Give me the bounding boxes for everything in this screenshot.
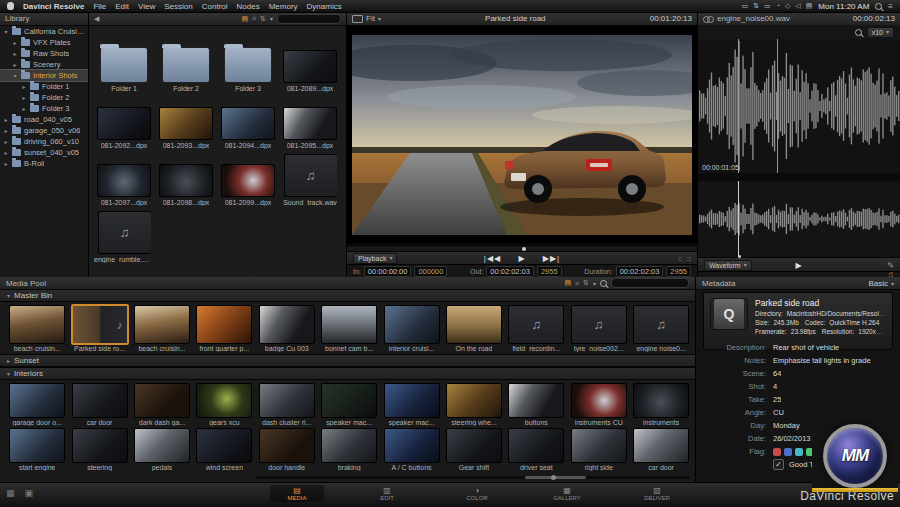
display-icon[interactable]: ▭: [742, 2, 749, 10]
pool-item[interactable]: car door: [68, 383, 130, 426]
field-value[interactable]: 25: [773, 395, 781, 404]
in-timecode[interactable]: 00:00:00:00: [364, 266, 412, 277]
menu-view[interactable]: View: [138, 2, 155, 11]
browser-item[interactable]: Folder 1: [93, 26, 155, 92]
zoomed-playhead[interactable]: [738, 181, 739, 257]
audio-playhead[interactable]: [777, 39, 778, 173]
pool-item[interactable]: badge Cu 003: [256, 305, 318, 352]
pool-item[interactable]: interior cruisi...: [380, 305, 442, 352]
library-tree-item[interactable]: ▸road_040_v05: [0, 114, 88, 125]
browser-item[interactable]: 081-2097...dpx: [93, 154, 155, 206]
pool-item[interactable]: garage door o...: [6, 383, 68, 426]
waveform-dropdown[interactable]: Waveform▾: [704, 260, 752, 271]
tree-arrow-icon[interactable]: ▸: [3, 149, 9, 156]
library-tree-item[interactable]: ▸Folder 1: [0, 81, 88, 92]
update-icon[interactable]: ◔: [776, 2, 780, 10]
zoom-factor-dropdown[interactable]: x10▾: [867, 27, 894, 38]
field-value[interactable]: 26/02/2013: [773, 434, 811, 443]
pool-item[interactable]: instruments CU: [568, 383, 630, 426]
pool-item[interactable]: right side: [568, 428, 630, 471]
page-tab-color[interactable]: ◑COLOR: [450, 485, 504, 502]
pool-item[interactable]: On the road: [443, 305, 505, 352]
previous-frame-button[interactable]: |◀◀: [484, 254, 501, 263]
browser-item[interactable]: 081-2093...dpx: [155, 97, 217, 149]
bin-section-header[interactable]: ▾Interiors: [0, 367, 695, 380]
pool-item[interactable]: wind screen: [193, 428, 255, 471]
browser-item[interactable]: 081-2098...dpx: [155, 154, 217, 206]
tree-arrow-icon[interactable]: ▸: [12, 50, 18, 57]
tree-arrow-icon[interactable]: ▸: [3, 138, 9, 145]
field-value[interactable]: CU: [773, 408, 784, 417]
audio-scrub-handle[interactable]: [738, 255, 741, 258]
library-tree-item[interactable]: ▸Raw Shots: [0, 48, 88, 59]
library-tree-item[interactable]: ▾California Cruising P...: [0, 26, 88, 37]
pool-search-input[interactable]: [611, 278, 689, 288]
duration-timecode[interactable]: 00:02:02:03: [616, 266, 664, 277]
pool-item[interactable]: car door: [630, 428, 692, 471]
page-tab-edit[interactable]: ▥EDIT: [360, 485, 414, 502]
waveform-zoomed[interactable]: [698, 181, 900, 257]
browser-item[interactable]: ♫engine_rumble.wav: [93, 211, 155, 263]
audio-play-button[interactable]: ▶: [795, 261, 802, 270]
sync-icon[interactable]: ⇅: [753, 2, 759, 10]
tree-arrow-icon[interactable]: ▾: [12, 72, 18, 79]
browser-item[interactable]: ♫Sound_track.wav: [279, 154, 341, 206]
flag-color-chip[interactable]: [784, 448, 792, 456]
out-timecode[interactable]: 00:02:02:03: [486, 266, 534, 277]
tree-arrow-icon[interactable]: ▸: [12, 61, 18, 68]
pool-item[interactable]: ♫field_recordin...: [505, 305, 567, 352]
pool-item[interactable]: gears xcu: [193, 383, 255, 426]
browser-item[interactable]: Folder 2: [155, 26, 217, 92]
hscrollbar-dot[interactable]: [551, 475, 556, 480]
in-frames[interactable]: 000000: [414, 266, 447, 277]
pool-item[interactable]: braking: [318, 428, 380, 471]
pool-item[interactable]: buttons: [505, 383, 567, 426]
pool-item[interactable]: A / C buttons: [380, 428, 442, 471]
pool-item[interactable]: Gear shift: [443, 428, 505, 471]
pool-item[interactable]: dark dash ga...: [131, 383, 193, 426]
library-tree-item[interactable]: ▸Scenery: [0, 59, 88, 70]
waveform-zoom-icon[interactable]: [855, 29, 862, 36]
browser-search-input[interactable]: [277, 14, 341, 24]
tree-arrow-icon[interactable]: ▸: [3, 116, 9, 123]
library-tree-item[interactable]: ▸sunset_040_v05: [0, 147, 88, 158]
library-tree-item[interactable]: ▾Interior Shots: [0, 70, 88, 81]
metadata-mode-dropdown[interactable]: Basic▾: [868, 279, 894, 288]
pool-item[interactable]: speaker mac...: [318, 383, 380, 426]
battery-icon[interactable]: ▭: [764, 2, 771, 10]
out-frames[interactable]: 2955: [537, 266, 562, 277]
fit-dropdown[interactable]: Fit: [366, 14, 375, 23]
bin-section-header[interactable]: ▸Sunset: [0, 354, 695, 367]
pool-item[interactable]: ♪Parked side ro...: [68, 305, 130, 352]
pool-list-view-icon[interactable]: ≡: [575, 280, 579, 287]
tree-arrow-icon[interactable]: ▸: [21, 105, 27, 112]
project-manager-icon[interactable]: ▦: [6, 488, 15, 498]
flag-color-chip[interactable]: [773, 448, 781, 456]
spotlight-search-icon[interactable]: [875, 3, 882, 10]
tree-arrow-icon[interactable]: ▾: [3, 28, 9, 35]
volume-icon[interactable]: ◁: [795, 2, 800, 10]
field-value[interactable]: 4: [773, 382, 777, 391]
library-tree-item[interactable]: ▸Folder 3: [0, 103, 88, 114]
browser-item[interactable]: 081-2099...dpx: [217, 154, 279, 206]
page-tab-deliver[interactable]: ▧DELIVER: [630, 485, 684, 502]
next-frame-button[interactable]: ▶▶|: [543, 254, 560, 263]
pool-item[interactable]: steering whe...: [443, 383, 505, 426]
tree-arrow-icon[interactable]: ▸: [21, 83, 27, 90]
pool-item[interactable]: beach cruisin...: [6, 305, 68, 352]
play-button[interactable]: ▶: [518, 254, 525, 263]
menu-file[interactable]: File: [93, 2, 106, 11]
pool-item[interactable]: ♫engine noise0...: [630, 305, 692, 352]
menu-control[interactable]: Control: [202, 2, 228, 11]
library-tree-item[interactable]: ▸VFX Plates: [0, 37, 88, 48]
library-tree-item[interactable]: ▸driving_060_v10: [0, 136, 88, 147]
pool-sort-icon[interactable]: ⇅: [583, 279, 589, 287]
menu-session[interactable]: Session: [164, 2, 192, 11]
browser-item[interactable]: 081-2092...dpx: [93, 97, 155, 149]
mark-out-icon[interactable]: ⊐: [686, 255, 691, 262]
tree-arrow-icon[interactable]: ▸: [3, 160, 9, 167]
field-value[interactable]: Monday: [773, 421, 800, 430]
field-value[interactable]: Emphasise tail lights in grade: [773, 356, 871, 365]
tree-arrow-icon[interactable]: ▸: [21, 94, 27, 101]
tree-arrow-icon[interactable]: ▸: [12, 39, 18, 46]
